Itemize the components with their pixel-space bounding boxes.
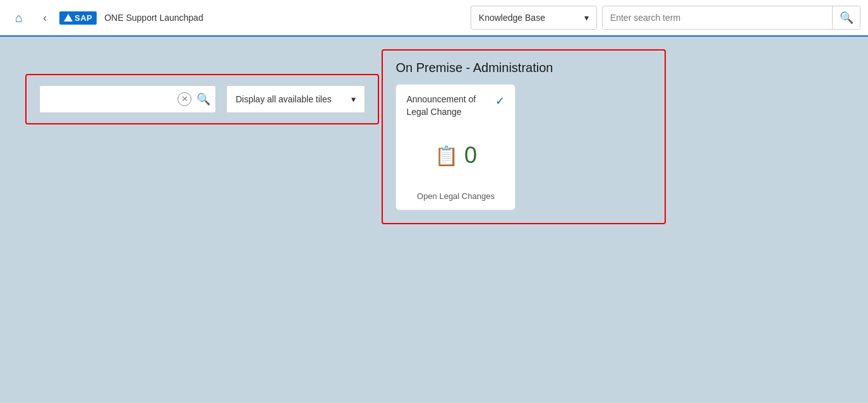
inner-search-box: announce ✕ 🔍 bbox=[39, 85, 216, 113]
logo-area: ⌂ ‹ SAP ONE Support Launchpad bbox=[8, 6, 203, 29]
main-content: announce ✕ 🔍 Display all available tiles… bbox=[0, 37, 868, 403]
tile-icon-row: 📋 0 bbox=[435, 144, 477, 167]
clear-icon[interactable]: ✕ bbox=[178, 92, 191, 106]
tile-footer: Open Legal Changes bbox=[406, 191, 505, 201]
back-button[interactable]: ‹ bbox=[35, 6, 54, 29]
sap-logo-text: SAP bbox=[75, 13, 92, 23]
back-icon: ‹ bbox=[43, 11, 47, 25]
section-title: On Premise - Administration bbox=[395, 61, 652, 75]
app-name: ONE Support Launchpad bbox=[104, 13, 203, 23]
tile-content: 📋 0 bbox=[406, 124, 505, 186]
display-tiles-label: Display all available tiles bbox=[236, 94, 332, 104]
tile-count: 0 bbox=[464, 144, 477, 167]
header-search-button[interactable]: 🔍 bbox=[832, 6, 860, 29]
header: ⌂ ‹ SAP ONE Support Launchpad Knowledge … bbox=[0, 0, 868, 37]
checkmark-icon: ✓ bbox=[495, 94, 505, 108]
chevron-down-icon: ▾ bbox=[584, 13, 589, 23]
sap-logo-triangle bbox=[64, 14, 73, 21]
tile-header: Announcement of Legal Change ✓ bbox=[406, 93, 505, 118]
tile-search-input[interactable]: announce bbox=[45, 93, 172, 104]
dropdown-chevron-icon: ▾ bbox=[351, 94, 356, 104]
tile-title: Announcement of Legal Change bbox=[406, 93, 491, 118]
header-search-input[interactable] bbox=[603, 6, 832, 29]
search-icon[interactable]: 🔍 bbox=[196, 92, 210, 106]
home-button[interactable]: ⌂ bbox=[8, 6, 30, 29]
display-tiles-dropdown[interactable]: Display all available tiles ▾ bbox=[226, 85, 365, 113]
knowledge-base-label: Knowledge Base bbox=[479, 13, 545, 23]
sap-logo: SAP bbox=[59, 11, 97, 25]
search-section: announce ✕ 🔍 Display all available tiles… bbox=[25, 74, 379, 124]
results-section: On Premise - Administration Announcement… bbox=[382, 49, 666, 224]
knowledge-base-selector[interactable]: Knowledge Base ▾ bbox=[471, 6, 597, 30]
header-search-area: 🔍 bbox=[602, 6, 860, 30]
clear-x-icon: ✕ bbox=[181, 94, 188, 104]
header-search-icon: 🔍 bbox=[840, 11, 853, 25]
clipboard-icon: 📋 bbox=[435, 145, 458, 167]
home-icon: ⌂ bbox=[15, 11, 23, 25]
tile-card[interactable]: Announcement of Legal Change ✓ 📋 0 Open … bbox=[395, 84, 515, 210]
